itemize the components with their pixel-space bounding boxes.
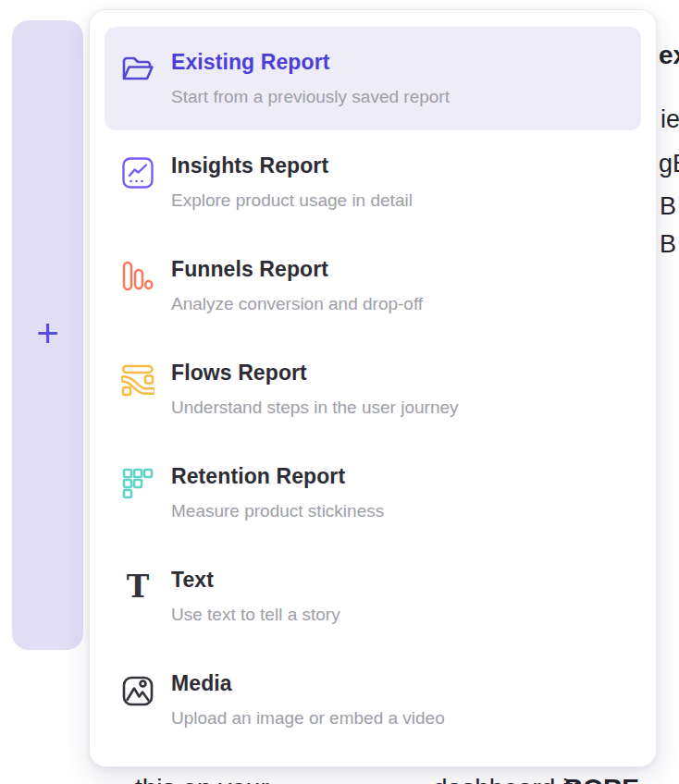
media-image-icon (119, 672, 156, 709)
menu-item-insights-report[interactable]: Insights Report Explore product usage in… (105, 130, 641, 234)
menu-item-title: Media (171, 670, 445, 696)
menu-item-flows-report[interactable]: Flows Report Understand steps in the use… (105, 337, 641, 441)
occluded-text-fragment: gB (659, 150, 679, 178)
occluded-text-fragment: this on your (135, 774, 269, 784)
funnel-bars-icon (119, 258, 156, 295)
menu-item-existing-report[interactable]: Existing Report Start from a previously … (105, 27, 641, 130)
menu-item-title: Insights Report (171, 153, 413, 178)
retention-grid-icon (119, 465, 156, 502)
occluded-text-fragment: dashboard in (433, 774, 583, 784)
menu-item-retention-report[interactable]: Retention Report Measure product stickin… (105, 441, 641, 545)
flows-icon (119, 361, 156, 398)
menu-item-funnels-report[interactable]: Funnels Report Analyze conversion and dr… (105, 234, 641, 337)
occluded-text-fragment: B (660, 230, 676, 259)
menu-item-text[interactable]: T Text Use text to tell a story (105, 545, 641, 648)
menu-item-subtitle: Explore product usage in detail (171, 188, 413, 214)
plus-icon: + (36, 314, 59, 353)
occluded-text-fragment: ie (660, 105, 679, 134)
menu-item-subtitle: Analyze conversion and drop-off (171, 291, 423, 317)
insights-chart-icon (119, 154, 156, 191)
menu-item-media[interactable]: Media Upload an image or embed a video (105, 648, 641, 752)
add-report-menu: Existing Report Start from a previously … (89, 9, 657, 767)
menu-item-subtitle: Start from a previously saved report (171, 84, 450, 110)
open-folder-icon (119, 51, 156, 88)
menu-item-subtitle: Use text to tell a story (171, 602, 340, 628)
menu-item-title: Text (171, 567, 340, 593)
menu-item-subtitle: Measure product stickiness (171, 498, 384, 524)
occluded-text-fragment: BORE (564, 774, 639, 784)
occluded-text-fragment: ex (659, 41, 679, 70)
screen: ex ie gB B B this on your dashboard in B… (0, 0, 679, 784)
menu-item-title: Retention Report (171, 463, 384, 489)
text-icon: T (119, 569, 156, 606)
occluded-text-fragment: B (660, 192, 676, 221)
menu-item-title: Existing Report (171, 49, 450, 75)
menu-item-subtitle: Understand steps in the user journey (171, 395, 459, 421)
menu-item-title: Funnels Report (171, 256, 423, 282)
menu-item-title: Flows Report (171, 360, 459, 386)
add-content-rail[interactable]: + (12, 20, 83, 650)
menu-item-subtitle: Upload an image or embed a video (171, 705, 445, 731)
